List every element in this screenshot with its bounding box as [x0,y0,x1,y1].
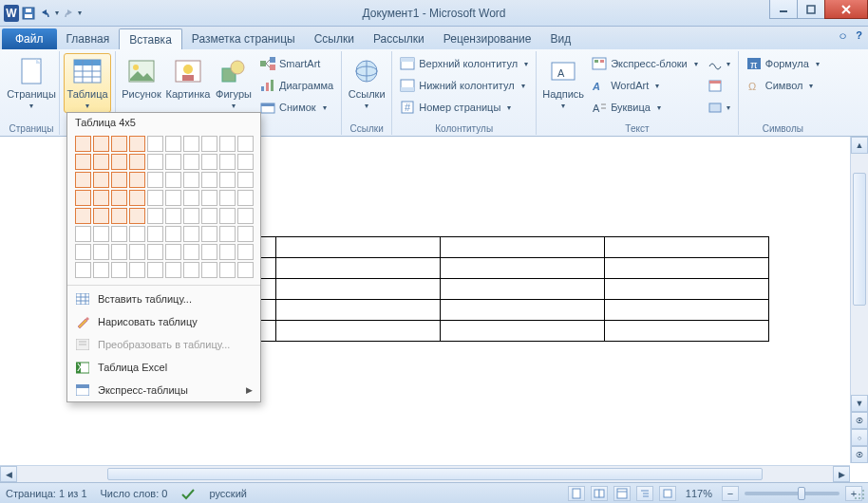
tab-pagelayout[interactable]: Разметка страницы [182,28,305,49]
grid-cell[interactable] [75,154,91,170]
grid-cell[interactable] [129,208,145,224]
grid-cell[interactable] [75,226,91,242]
grid-cell[interactable] [147,244,163,260]
grid-cell[interactable] [75,244,91,260]
table-cell[interactable] [605,237,769,258]
grid-cell[interactable] [93,136,109,152]
table-cell[interactable] [441,321,605,342]
table-cell[interactable] [276,321,441,342]
grid-cell[interactable] [219,208,236,224]
grid-cell[interactable] [165,190,181,206]
grid-cell[interactable] [237,154,254,170]
grid-cell[interactable] [147,226,163,242]
grid-cell[interactable] [165,154,181,170]
grid-cell[interactable] [111,226,127,242]
grid-cell[interactable] [111,154,127,170]
table-cell[interactable] [605,321,769,342]
minimize-button[interactable] [769,0,798,19]
draw-table-item[interactable]: Нарисовать таблицу [67,310,260,333]
grid-cell[interactable] [75,208,91,224]
grid-cell[interactable] [183,244,199,260]
grid-cell[interactable] [129,226,145,242]
maximize-button[interactable] [797,0,825,19]
chart-button[interactable]: Диаграмма [256,75,337,96]
grid-cell[interactable] [147,190,163,206]
grid-cell[interactable] [219,136,236,152]
print-layout-view-icon[interactable] [568,486,585,501]
grid-cell[interactable] [93,226,109,242]
zoom-out-button[interactable]: − [722,486,739,501]
datetime-button[interactable] [704,75,734,96]
grid-cell[interactable] [111,262,127,278]
pages-button[interactable]: Страницы ▾ [8,53,55,113]
grid-cell[interactable] [219,226,236,242]
scroll-down-icon[interactable]: ▼ [851,395,868,412]
grid-cell[interactable] [111,190,127,206]
grid-cell[interactable] [201,190,217,206]
spell-check-icon[interactable] [180,487,196,500]
help-icon[interactable]: ? [856,29,862,44]
browse-object-icon[interactable]: ○ [851,429,868,446]
grid-cell[interactable] [237,190,254,206]
grid-cell[interactable] [129,190,145,206]
grid-cell[interactable] [201,172,217,188]
grid-cell[interactable] [237,244,254,260]
grid-cell[interactable] [201,208,217,224]
next-page-icon[interactable]: ⦿ [851,446,868,463]
symbol-button[interactable]: ΩСимвол▾ [743,75,823,96]
header-button[interactable]: Верхний колонтитул▾ [396,53,532,74]
smartart-button[interactable]: SmartArt [256,53,337,74]
grid-cell[interactable] [201,244,217,260]
minimize-ribbon-icon[interactable]: ㅇ [838,29,848,44]
grid-cell[interactable] [75,172,91,188]
zoom-slider-thumb[interactable] [798,487,805,500]
quickparts-button[interactable]: Экспресс-блоки▾ [588,53,702,74]
grid-cell[interactable] [75,262,91,278]
grid-cell[interactable] [165,244,181,260]
footer-button[interactable]: Нижний колонтитул▾ [396,75,532,96]
grid-cell[interactable] [93,208,109,224]
grid-cell[interactable] [237,136,254,152]
vertical-scrollbar[interactable]: ▲ ▼ ⦿ ○ ⦿ [850,137,868,463]
equation-button[interactable]: πФормула▾ [743,53,823,74]
close-button[interactable] [824,0,868,19]
scroll-up-icon[interactable]: ▲ [851,137,868,154]
grid-cell[interactable] [111,244,127,260]
tab-home[interactable]: Главная [57,28,120,49]
grid-cell[interactable] [129,136,145,152]
scroll-right-icon[interactable]: ▶ [833,466,850,482]
prev-page-icon[interactable]: ⦿ [851,412,868,429]
grid-cell[interactable] [183,226,199,242]
signature-button[interactable]: ▾ [704,53,734,74]
grid-cell[interactable] [93,172,109,188]
grid-cell[interactable] [75,190,91,206]
grid-cell[interactable] [237,262,254,278]
table-cell[interactable] [276,237,441,258]
tab-insert[interactable]: Вставка [119,28,182,49]
table-cell[interactable] [276,258,441,279]
grid-cell[interactable] [147,172,163,188]
insert-table-item[interactable]: Вставить таблицу... [67,288,260,310]
screenshot-button[interactable]: Снимок▾ [256,97,337,118]
grid-cell[interactable] [183,190,199,206]
grid-cell[interactable] [93,244,109,260]
grid-cell[interactable] [129,172,145,188]
word-count[interactable]: Число слов: 0 [101,488,168,499]
table-cell[interactable] [276,279,441,300]
grid-cell[interactable] [147,154,163,170]
grid-cell[interactable] [165,172,181,188]
grid-cell[interactable] [165,136,181,152]
tab-view[interactable]: Вид [540,28,580,49]
grid-cell[interactable] [183,154,199,170]
grid-cell[interactable] [237,172,254,188]
undo-icon[interactable] [38,6,53,21]
table-cell[interactable] [441,258,605,279]
qat-customize-icon[interactable]: ▾ [78,9,82,17]
grid-cell[interactable] [237,208,254,224]
dropcap-button[interactable]: AБуквица▾ [588,97,702,118]
grid-cell[interactable] [219,262,236,278]
grid-cell[interactable] [183,136,199,152]
object-button[interactable]: ▾ [704,97,734,118]
excel-table-item[interactable]: XТаблица Excel [67,356,260,379]
scroll-thumb[interactable] [853,173,866,306]
